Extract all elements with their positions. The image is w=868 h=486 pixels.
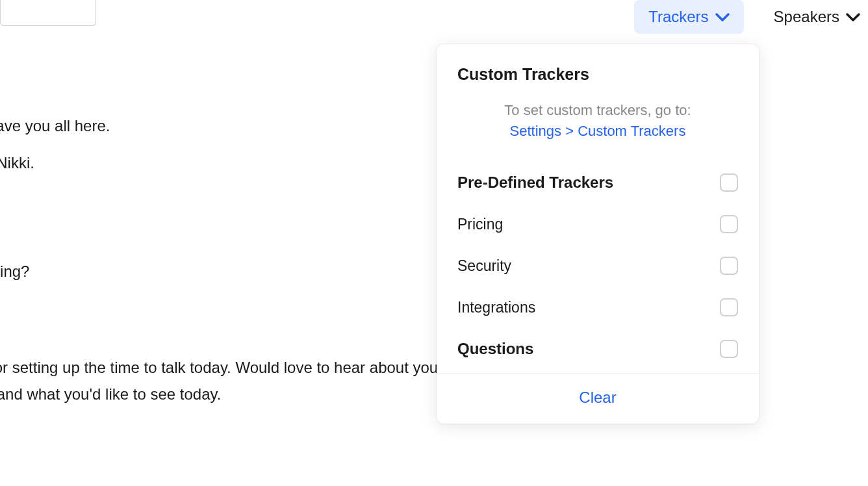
tab-speakers[interactable]: Speakers [760, 0, 868, 34]
custom-trackers-title: Custom Trackers [457, 65, 738, 84]
filter-tabs: Trackers Speakers [634, 0, 868, 34]
tracker-label: Questions [457, 340, 533, 358]
predefined-trackers-header-row: Pre-Defined Trackers [457, 162, 738, 203]
chevron-down-icon [715, 8, 730, 26]
dropdown-footer: Clear [437, 374, 759, 424]
trackers-dropdown-panel: Custom Trackers To set custom trackers, … [437, 44, 759, 424]
tab-speakers-label: Speakers [774, 8, 839, 26]
tracker-label: Security [457, 257, 511, 275]
tracker-row-pricing[interactable]: Pricing [457, 203, 738, 245]
clear-button[interactable]: Clear [579, 389, 616, 407]
settings-custom-trackers-link[interactable]: Settings > Custom Trackers [457, 123, 738, 140]
tracker-row-security[interactable]: Security [457, 245, 738, 287]
tracker-row-integrations[interactable]: Integrations [457, 287, 738, 328]
tracker-pricing-checkbox[interactable] [720, 215, 738, 233]
chevron-down-icon [846, 8, 860, 26]
tab-trackers-label: Trackers [648, 8, 708, 26]
tracker-questions-checkbox[interactable] [720, 340, 738, 358]
tracker-row-questions[interactable]: Questions [457, 328, 738, 370]
tab-trackers[interactable]: Trackers [634, 0, 743, 34]
tracker-security-checkbox[interactable] [720, 257, 738, 275]
custom-trackers-hint: To set custom trackers, go to: [457, 102, 738, 119]
tracker-label: Integrations [457, 299, 535, 316]
search-input-box[interactable] [0, 0, 96, 26]
predefined-trackers-title: Pre-Defined Trackers [457, 173, 613, 192]
tracker-integrations-checkbox[interactable] [720, 298, 738, 316]
tracker-label: Pricing [457, 216, 503, 233]
predefined-trackers-all-checkbox[interactable] [720, 173, 738, 192]
